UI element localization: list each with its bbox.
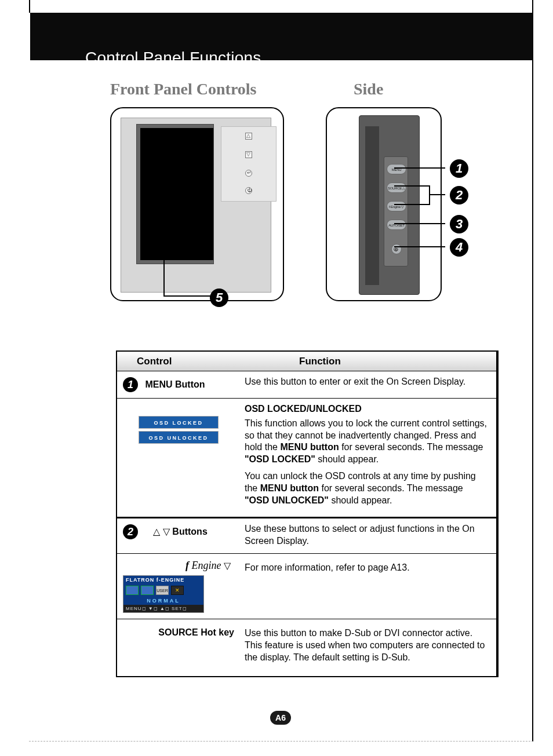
front-panel-illustration bbox=[110, 107, 284, 301]
cell-source-desc: Use this button to make D-Sub or DVI con… bbox=[239, 619, 496, 676]
fe-footer: MENU◻ ▼◻ ▲◻ SET◻ bbox=[123, 605, 203, 612]
leader-line-2-out bbox=[429, 194, 445, 195]
front-button-strip bbox=[221, 126, 276, 202]
side-menu-button: MENU bbox=[387, 164, 406, 174]
enter-button-icon bbox=[245, 170, 252, 177]
fe-header: FLATRON f-ENGINE bbox=[123, 576, 203, 584]
callout-5: 5 bbox=[210, 288, 228, 307]
th-control: Control bbox=[117, 352, 239, 371]
source-hotkey-label: SOURCE Hot key bbox=[144, 627, 234, 637]
leader-line-3 bbox=[394, 223, 445, 224]
leader-line-2b bbox=[394, 204, 429, 205]
cell-fengine-label: f Engine ▽ FLATRON f-ENGINE USER ✕ NORMA… bbox=[117, 554, 239, 619]
txt: for several seconds. The message bbox=[339, 442, 483, 452]
leader-line-1 bbox=[394, 167, 445, 169]
side-monitor-body: MENU SOURCE △ f-Engine ▽ AUTO/SET ⏻ bbox=[359, 115, 420, 295]
side-fengine-button: f-Engine ▽ bbox=[387, 201, 406, 211]
up-button-icon bbox=[245, 133, 252, 140]
osd-para-2: You can unlock the OSD controls at any t… bbox=[245, 470, 488, 506]
txt: for several seconds. The message bbox=[319, 483, 463, 493]
txt-bold: "OSD LOCKED" bbox=[245, 454, 315, 464]
fe-normal-label: NORMAL bbox=[123, 597, 203, 605]
page-number-badge: A6 bbox=[270, 711, 291, 725]
front-screen bbox=[140, 128, 213, 260]
osd-locked-badge: OSD LOCKED bbox=[139, 416, 219, 429]
table-header: Control Function bbox=[117, 352, 496, 371]
cell-fengine-desc: For more information, refer to page A13. bbox=[239, 554, 496, 619]
txt: should appear. bbox=[315, 454, 379, 464]
callout-1: 1 bbox=[450, 159, 468, 178]
fe-close-icon: ✕ bbox=[171, 586, 184, 595]
buttons-label: Buttons bbox=[172, 527, 207, 536]
cell-arrow-label: 2 △ ▽ Buttons bbox=[117, 518, 239, 553]
function-table: Control Function 1 MENU Button Use this … bbox=[116, 350, 499, 677]
cell-menu-label: 1 MENU Button bbox=[117, 371, 239, 398]
subhead-side: Side bbox=[354, 80, 383, 98]
osd-unlocked-badge: OSD UNLOCKED bbox=[139, 431, 219, 444]
cell-osd-text: OSD LOCKED/UNLOCKED This function allows… bbox=[239, 399, 496, 517]
cell-menu-desc: Use this button to enter or exit the On … bbox=[239, 371, 496, 398]
front-bezel bbox=[121, 118, 271, 293]
callout-3: 3 bbox=[450, 215, 468, 233]
th-function: Function bbox=[239, 352, 496, 371]
leader-line-2a bbox=[394, 185, 429, 187]
crop-mark bbox=[29, 0, 30, 13]
triangle-down-icon: ▽ bbox=[163, 527, 170, 536]
leader-line-5 bbox=[163, 175, 165, 297]
side-button-panel: MENU SOURCE △ f-Engine ▽ AUTO/SET ⏻ bbox=[384, 156, 408, 266]
leader-line-2-join bbox=[429, 185, 430, 205]
osd-subhead: OSD LOCKED/UNLOCKED bbox=[245, 403, 488, 415]
triangle-down-icon: ▽ bbox=[224, 561, 231, 571]
leader-line-4 bbox=[394, 246, 445, 247]
down-button-icon bbox=[245, 151, 252, 158]
txt-bold: "OSD UNLOCKED" bbox=[245, 495, 329, 505]
callout-2: 2 bbox=[450, 186, 468, 204]
page-title: Control Panel Functions bbox=[85, 49, 261, 67]
row-callout-2: 2 bbox=[123, 524, 138, 539]
fengine-logo: f Engine bbox=[185, 560, 221, 571]
menu-button-label: MENU Button bbox=[145, 379, 205, 390]
row-menu-top: 1 MENU Button Use this button to enter o… bbox=[117, 371, 496, 399]
header-band: Control Panel Functions bbox=[30, 13, 533, 60]
side-power-button: ⏻ bbox=[391, 244, 402, 254]
front-monitor-frame bbox=[136, 124, 214, 264]
row-arrow-buttons: 2 △ ▽ Buttons Use these buttons to selec… bbox=[117, 518, 496, 554]
side-front-face bbox=[365, 126, 379, 285]
fengine-word: Engine bbox=[192, 560, 221, 571]
cell-arrow-desc: Use these buttons to select or adjust fu… bbox=[239, 518, 496, 553]
cell-source-label: SOURCE Hot key bbox=[117, 619, 239, 676]
txt-bold: MENU button bbox=[280, 442, 339, 452]
fe-icons-row: USER ✕ bbox=[123, 584, 203, 597]
manual-page: Control Panel Functions Front Panel Cont… bbox=[29, 0, 533, 742]
osd-para-1: This function allows you to lock the cur… bbox=[245, 418, 488, 466]
subhead-front: Front Panel Controls bbox=[110, 80, 257, 98]
cell-osd-badges: OSD LOCKED OSD UNLOCKED bbox=[117, 399, 239, 517]
txt: should appear. bbox=[329, 495, 392, 505]
side-source-button: SOURCE △ bbox=[387, 182, 406, 193]
callout-4: 4 bbox=[450, 238, 468, 257]
fe-movie-icon bbox=[126, 586, 139, 595]
fengine-osd-screenshot: FLATRON f-ENGINE USER ✕ NORMAL MENU◻ ▼◻ … bbox=[123, 575, 204, 613]
power-button-icon bbox=[245, 187, 252, 194]
fe-text-icon bbox=[141, 586, 154, 595]
side-autoset-button: AUTO/SET bbox=[387, 220, 406, 230]
triangle-up-icon: △ bbox=[153, 527, 160, 536]
row-menu-osd: OSD LOCKED OSD UNLOCKED OSD LOCKED/UNLOC… bbox=[117, 399, 496, 518]
fe-user-icon: USER bbox=[156, 586, 169, 595]
row-source: SOURCE Hot key Use this button to make D… bbox=[117, 619, 496, 676]
row-callout-1: 1 bbox=[123, 377, 138, 392]
txt-bold: MENU button bbox=[260, 483, 319, 493]
row-fengine: f Engine ▽ FLATRON f-ENGINE USER ✕ NORMA… bbox=[117, 554, 496, 619]
